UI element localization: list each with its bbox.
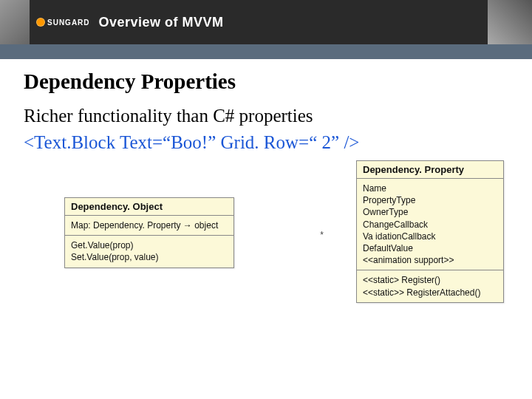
uml-operations: <<static> Register() <<static>> Register… — [357, 270, 503, 301]
uml-diagram: Dependency. Object Map: Dependency. Prop… — [24, 160, 508, 360]
banner-photo-right — [488, 0, 532, 44]
slide-header: SUNGARD Overview of MVVM — [0, 0, 532, 59]
uml-op-line: Get.Value(prop) — [71, 239, 228, 251]
uml-attributes: Map: Dependency. Property → object — [65, 216, 233, 236]
uml-op-line: <<static>> RegisterAttached() — [363, 287, 497, 299]
uml-box-title: Dependency. Property — [357, 161, 503, 179]
uml-attr-line: Map: Dependency. Property → object — [71, 219, 228, 231]
banner: SUNGARD Overview of MVVM — [0, 0, 532, 44]
uml-op-line: <<static> Register() — [363, 274, 497, 286]
sun-icon — [37, 18, 44, 26]
banner-photo-left — [0, 0, 30, 44]
uml-op-line: Set.Value(prop, value) — [71, 251, 228, 263]
uml-attr-line: Va idationCallback — [363, 231, 497, 242]
uml-attr-line: <<animation support>> — [363, 254, 497, 266]
uml-attr-line: DefaultValue — [363, 242, 497, 254]
uml-attr-line: Name — [363, 183, 497, 194]
uml-attr-line: PropertyType — [363, 194, 497, 206]
logo-text: SUNGARD — [47, 18, 90, 27]
heading: Dependency Properties — [24, 69, 508, 94]
uml-attr-line: ChangeCallback — [363, 219, 497, 231]
uml-attributes: Name PropertyType OwnerType ChangeCallba… — [357, 179, 503, 270]
uml-box-title: Dependency. Object — [65, 198, 233, 216]
uml-operations: Get.Value(prop) Set.Value(prop, value) — [65, 236, 233, 267]
code-example: <Text.Block Text=“Boo!” Grid. Row=“ 2” /… — [24, 132, 508, 153]
logo: SUNGARD — [37, 18, 90, 27]
slide-title: Overview of MVVM — [99, 15, 224, 30]
association-marker: * — [319, 231, 324, 241]
slide-content: Dependency Properties Richer functionali… — [0, 59, 532, 360]
banner-subbar — [0, 44, 532, 59]
uml-dependency-object: Dependency. Object Map: Dependency. Prop… — [64, 197, 234, 268]
uml-dependency-property: Dependency. Property Name PropertyType O… — [356, 160, 504, 303]
uml-attr-line: OwnerType — [363, 206, 497, 218]
subheading: Richer functionality than C# properties — [24, 106, 508, 126]
